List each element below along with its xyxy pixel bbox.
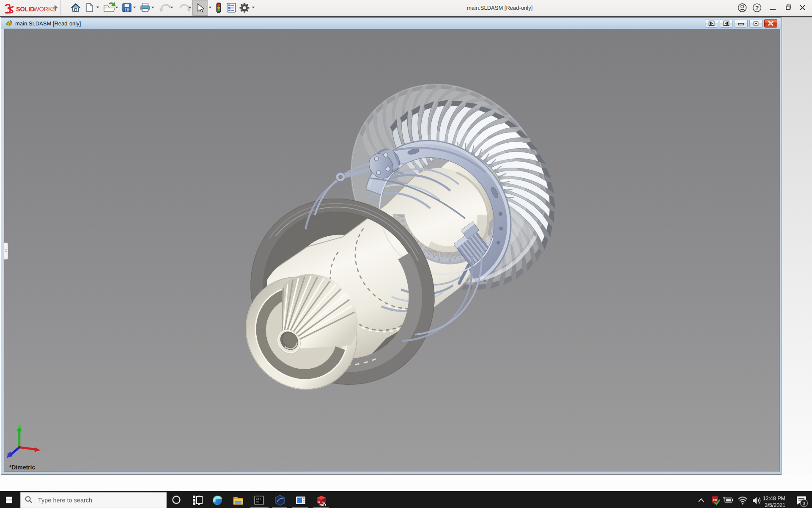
svg-text:3/5/2021: 3/5/2021 <box>765 502 785 508</box>
svg-text:3: 3 <box>803 501 805 506</box>
svg-text:?: ? <box>755 4 759 11</box>
svg-text:Type here to search: Type here to search <box>38 497 92 504</box>
svg-text:2021: 2021 <box>319 503 326 507</box>
svg-text:sw: sw <box>713 498 717 502</box>
svg-text:C:\: C:\ <box>256 497 261 501</box>
svg-text:x: x <box>42 446 44 451</box>
svg-text:12:48 PM: 12:48 PM <box>763 495 785 501</box>
svg-text:*Dimetric: *Dimetric <box>9 464 36 471</box>
